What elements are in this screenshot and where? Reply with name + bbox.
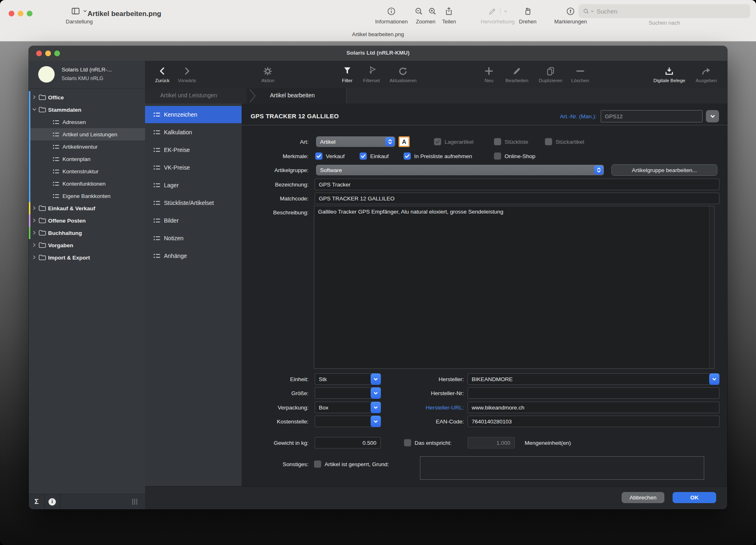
stueckartikel-checkbox[interactable] (545, 138, 552, 145)
cancel-button[interactable]: Abbrechen (622, 492, 664, 503)
nav-item-lager[interactable]: Lager (145, 177, 242, 194)
share-arrow-icon (696, 65, 717, 77)
art-label: Art: (242, 139, 309, 145)
nav-item-vk-preise[interactable]: VK-Preise (145, 159, 242, 176)
highlight-button[interactable]: Hervorhebung (481, 5, 514, 25)
sidebar-item-vorgaben[interactable]: Vorgaben (29, 239, 145, 251)
sidebar-item-artikelinventur[interactable]: Artikelinventur (29, 140, 145, 153)
chevron-right-icon[interactable] (32, 255, 37, 260)
back-button[interactable]: Zurück (155, 65, 169, 83)
sidebar-item-artikel-und-leistungen[interactable]: Artikel und Leistungen (29, 128, 145, 140)
sidebar-item-office[interactable]: Office (29, 91, 145, 103)
sidebar-item-kontenfunktionen[interactable]: Kontenfunktionen (29, 177, 145, 190)
sonstiges-label: Sonstiges: (242, 461, 309, 467)
hersteller-url-label[interactable]: Hersteller-URL: (398, 405, 464, 411)
artikelgruppe-select[interactable]: Software (316, 165, 604, 175)
verkauf-checkbox[interactable] (315, 152, 323, 160)
hersteller-dropdown-button[interactable] (709, 373, 719, 385)
sidebar-item-import-export[interactable]: Import & Export (29, 251, 145, 264)
sidebar-item-kontenstruktur[interactable]: Kontenstruktur (29, 165, 145, 177)
entspricht-checkbox[interactable] (404, 439, 411, 446)
ean-code-input[interactable]: 7640140280103 (468, 416, 719, 427)
edit-button[interactable]: Bearbeiten (505, 65, 528, 83)
nav-item-kalkulation[interactable]: Kalkulation (145, 124, 242, 141)
groesse-dropdown-button[interactable] (371, 387, 381, 399)
nav-item-anhaenge[interactable]: Anhänge (145, 247, 242, 264)
share-button[interactable]: Teilen (442, 5, 456, 25)
app-titlebar[interactable]: Solaris Ltd (nRLR-KMU) (29, 46, 727, 61)
minimize-window-button[interactable] (18, 11, 23, 16)
sidebar-item-einkauf-verkauf[interactable]: Einkauf & Verkauf (29, 202, 145, 214)
ok-button[interactable]: OK (673, 492, 716, 503)
chevron-down-icon (503, 9, 508, 14)
info-icon (375, 5, 408, 17)
chevron-right-icon[interactable] (32, 243, 37, 247)
zoom-buttons[interactable]: Zoomen (414, 5, 437, 25)
zoom-window-button[interactable] (27, 11, 32, 16)
hersteller-url-input[interactable]: www.bikeandmore.ch (468, 402, 719, 413)
einkauf-checkbox[interactable] (360, 152, 367, 160)
chevron-right-icon[interactable] (32, 95, 37, 99)
entspricht-input[interactable]: 1.000 (468, 437, 515, 448)
lagerartikel-checkbox[interactable] (434, 138, 441, 145)
account-header[interactable]: Solaris Ltd (nRLR-... Solaris KMU nRLG (29, 61, 145, 89)
hersteller-combo[interactable]: BIKEANDMORE (468, 373, 719, 385)
info-button[interactable]: Informationen (375, 5, 408, 25)
sidebar-item-adressen[interactable]: Adressen (29, 116, 145, 128)
rotate-button[interactable]: Drehen (519, 5, 537, 25)
preisliste-checkbox[interactable] (403, 152, 411, 160)
digital-receipts-button[interactable]: Digitale Belege (653, 65, 685, 83)
delete-button[interactable]: Löschen (571, 65, 589, 83)
art-select[interactable]: Artikel (316, 136, 395, 147)
filter-button[interactable]: Filter (342, 65, 353, 83)
breadcrumb-parent-tab[interactable]: Artikel und Leistungen (160, 92, 217, 99)
matchcode-input[interactable]: GPS TRACKER 12 GALLILEO (315, 193, 719, 204)
hersteller-nr-input[interactable] (468, 387, 719, 399)
info-button-statusbar[interactable]: i (44, 494, 60, 509)
nav-item-notizen[interactable]: Notizen (145, 230, 242, 247)
filterset-button[interactable]: Filterset (363, 65, 380, 83)
onlineshop-checkbox[interactable] (494, 152, 501, 160)
gewicht-input[interactable]: 0.500 (315, 437, 381, 448)
nav-item-bilder[interactable]: Bilder (145, 212, 242, 229)
list-icon (153, 147, 161, 153)
chevron-right-icon[interactable] (32, 206, 37, 210)
new-button[interactable]: Neu (484, 65, 494, 83)
chevron-right-icon[interactable] (32, 218, 37, 223)
duplicate-button[interactable]: Duplizieren (539, 65, 562, 83)
kostenstelle-dropdown-button[interactable] (371, 416, 381, 427)
nav-item-kennzeichen[interactable]: Kennzeichen (145, 106, 242, 123)
sidebar-item-eigene-bankkonten[interactable]: Eigene Bankkonten (29, 190, 145, 202)
gesperrt-checkbox[interactable] (314, 460, 321, 468)
scrollbar[interactable] (709, 206, 714, 368)
category-stripe (29, 202, 30, 214)
artnr-field[interactable]: GPS12 (601, 110, 703, 122)
sidebar-item-kontenplan[interactable]: Kontenplan (29, 153, 145, 165)
output-button[interactable]: Ausgeben (696, 65, 717, 83)
einheit-dropdown-button[interactable] (371, 373, 381, 385)
grund-textarea[interactable] (420, 456, 704, 480)
stueckliste-checkbox[interactable] (494, 138, 501, 145)
nav-item-ek-preise[interactable]: EK-Preise (145, 141, 242, 159)
action-button[interactable]: Aktion (261, 65, 274, 83)
category-stripe (29, 103, 30, 116)
onlineshop-label: Online-Shop (505, 153, 535, 159)
refresh-button[interactable]: Aktualisieren (390, 65, 417, 83)
sidebar-item-offene-posten[interactable]: Offene Posten (29, 214, 145, 227)
sidebar-item-stammdaten[interactable]: Stammdaten (29, 103, 145, 116)
breadcrumb-current-tab[interactable]: Artikel bearbeiten (270, 92, 315, 99)
chevron-right-icon[interactable] (32, 230, 37, 235)
search-input[interactable]: Suchen (579, 4, 750, 18)
close-window-button[interactable] (9, 11, 14, 16)
artikelgruppe-edit-button[interactable]: Artikelgruppe bearbeiten... (611, 164, 717, 176)
sidebar-item-buchhaltung[interactable]: Buchhaltung (29, 227, 145, 239)
resize-handle[interactable] (132, 499, 138, 505)
verpackung-dropdown-button[interactable] (371, 402, 381, 413)
sum-button[interactable]: Σ (29, 494, 45, 509)
beschreibung-textarea[interactable]: Gallileo Tracker GPS Empfänger, Alu natu… (314, 206, 715, 369)
bezeichnung-input[interactable]: GPS Tracker (315, 179, 719, 190)
chevron-down-icon[interactable] (32, 107, 37, 112)
artnr-dropdown-button[interactable] (706, 110, 719, 122)
nav-item-stueckliste-artikelset[interactable]: Stückliste/Artikelset (145, 194, 242, 212)
forward-button[interactable]: Vorwärts (178, 65, 196, 83)
